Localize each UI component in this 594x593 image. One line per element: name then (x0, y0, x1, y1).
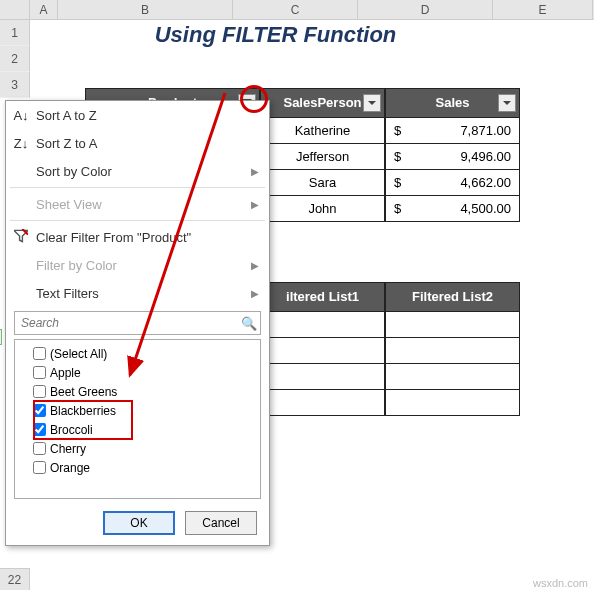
amount-value: 9,496.00 (460, 149, 511, 164)
col-header-d[interactable]: D (358, 0, 493, 19)
cell-fl2-0[interactable] (385, 311, 520, 338)
cell-fl2-1[interactable] (385, 337, 520, 364)
currency-symbol: $ (386, 144, 401, 169)
cell-amount-2[interactable]: $4,662.00 (385, 169, 520, 196)
chevron-right-icon: ▶ (251, 288, 259, 299)
menu-separator (10, 187, 265, 188)
filter-item-label: Beet Greens (50, 385, 117, 399)
search-icon: 🔍 (238, 316, 260, 331)
currency-symbol: $ (386, 196, 401, 221)
checkbox-apple[interactable] (33, 366, 46, 379)
amount-value: 4,500.00 (460, 201, 511, 216)
header-sales: Sales (385, 88, 520, 118)
col-header-e[interactable]: E (493, 0, 593, 19)
apply-check-icon[interactable]: ✓ (0, 329, 2, 345)
menu-sheet-view: Sheet View ▶ (6, 190, 269, 218)
select-all-corner[interactable] (0, 0, 30, 19)
ok-button[interactable]: OK (103, 511, 175, 535)
menu-sort-za-label: Sort Z to A (36, 136, 97, 151)
amount-value: 4,662.00 (460, 175, 511, 190)
cell-fl2-3[interactable] (385, 389, 520, 416)
filter-checklist: (Select All) Apple Beet Greens Blackberr… (14, 339, 261, 499)
cell-amount-3[interactable]: $4,500.00 (385, 195, 520, 222)
menu-sort-za[interactable]: Z↓ Sort Z to A (6, 129, 269, 157)
menu-clear-filter[interactable]: Clear Filter From "Product" (6, 223, 269, 251)
header-filtered-list2: Filtered List2 (385, 282, 520, 312)
menu-sort-color-label: Sort by Color (36, 164, 112, 179)
cell-amount-1[interactable]: $9,496.00 (385, 143, 520, 170)
column-headers: A B C D E (0, 0, 594, 20)
checkbox-selectall[interactable] (33, 347, 46, 360)
currency-symbol: $ (386, 170, 401, 195)
checkbox-broccoli[interactable] (33, 423, 46, 436)
sort-az-icon: A↓ (12, 108, 30, 123)
row-headers: 1 2 3 (0, 20, 30, 98)
header-fl1-label: iltered List1 (286, 284, 359, 310)
row-header-2[interactable]: 2 (0, 46, 30, 72)
filter-item-selectall[interactable]: (Select All) (19, 344, 256, 363)
menu-sort-az-label: Sort A to Z (36, 108, 97, 123)
checkbox-beetgreens[interactable] (33, 385, 46, 398)
menu-filter-color-label: Filter by Color (36, 258, 117, 273)
amount-value: 7,871.00 (460, 123, 511, 138)
header-salesperson-label: SalesPerson (283, 90, 361, 116)
menu-text-filters[interactable]: Text Filters ▶ (6, 279, 269, 307)
filter-search-input[interactable] (15, 316, 238, 330)
currency-symbol: $ (386, 118, 401, 143)
col-header-c[interactable]: C (233, 0, 358, 19)
menu-filter-color: Filter by Color ▶ (6, 251, 269, 279)
cell-fl1-3[interactable] (260, 389, 385, 416)
header-sales-label: Sales (436, 90, 470, 116)
header-filtered-list1: iltered List1 (260, 282, 385, 312)
clear-filter-icon (12, 229, 30, 246)
cell-person-0[interactable]: Katherine (260, 117, 385, 144)
filter-menu: A↓ Sort A to Z Z↓ Sort Z to A Sort by Co… (5, 100, 270, 546)
chevron-right-icon: ▶ (251, 166, 259, 177)
filter-item-orange[interactable]: Orange (19, 458, 256, 477)
row-header-3[interactable]: 3 (0, 72, 30, 98)
cell-amount-0[interactable]: $7,871.00 (385, 117, 520, 144)
menu-sort-az[interactable]: A↓ Sort A to Z (6, 101, 269, 129)
filter-dropdown-salesperson[interactable] (363, 94, 381, 112)
filter-item-beetgreens[interactable]: Beet Greens (19, 382, 256, 401)
cell-person-3[interactable]: John (260, 195, 385, 222)
filter-item-apple[interactable]: Apple (19, 363, 256, 382)
filter-item-label: Orange (50, 461, 90, 475)
menu-separator (10, 220, 265, 221)
annotation-circle (240, 85, 268, 113)
col-header-b[interactable]: B (58, 0, 233, 19)
filter-item-cherry[interactable]: Cherry (19, 439, 256, 458)
filter-item-broccoli[interactable]: Broccoli (19, 420, 256, 439)
cell-person-2[interactable]: Sara (260, 169, 385, 196)
sort-za-icon: Z↓ (12, 136, 30, 151)
cell-fl1-2[interactable] (260, 363, 385, 390)
cell-person-1[interactable]: Jefferson (260, 143, 385, 170)
watermark: wsxdn.com (533, 577, 588, 589)
chevron-right-icon: ▶ (251, 199, 259, 210)
filter-search-box: 🔍 (14, 311, 261, 335)
menu-text-filters-label: Text Filters (36, 286, 99, 301)
col-header-a[interactable]: A (30, 0, 58, 19)
cell-fl1-0[interactable] (260, 311, 385, 338)
cell-fl1-1[interactable] (260, 337, 385, 364)
filter-dropdown-sales[interactable] (498, 94, 516, 112)
menu-clear-label: Clear Filter From "Product" (36, 230, 191, 245)
chevron-right-icon: ▶ (251, 260, 259, 271)
menu-sheet-view-label: Sheet View (36, 197, 102, 212)
filter-item-label: (Select All) (50, 347, 107, 361)
cell-fl2-2[interactable] (385, 363, 520, 390)
header-fl2-label: Filtered List2 (412, 284, 493, 310)
row-header-22[interactable]: 22 (0, 568, 30, 590)
filter-item-blackberries[interactable]: Blackberries (19, 401, 256, 420)
cancel-button[interactable]: Cancel (185, 511, 257, 535)
checkbox-cherry[interactable] (33, 442, 46, 455)
page-title: Using FILTER Function (58, 22, 493, 48)
checkbox-orange[interactable] (33, 461, 46, 474)
row-header-1[interactable]: 1 (0, 20, 30, 46)
filter-item-label: Cherry (50, 442, 86, 456)
filter-item-label: Blackberries (50, 404, 116, 418)
filter-item-label: Apple (50, 366, 81, 380)
menu-sort-color[interactable]: Sort by Color ▶ (6, 157, 269, 185)
header-salesperson: SalesPerson (260, 88, 385, 118)
checkbox-blackberries[interactable] (33, 404, 46, 417)
